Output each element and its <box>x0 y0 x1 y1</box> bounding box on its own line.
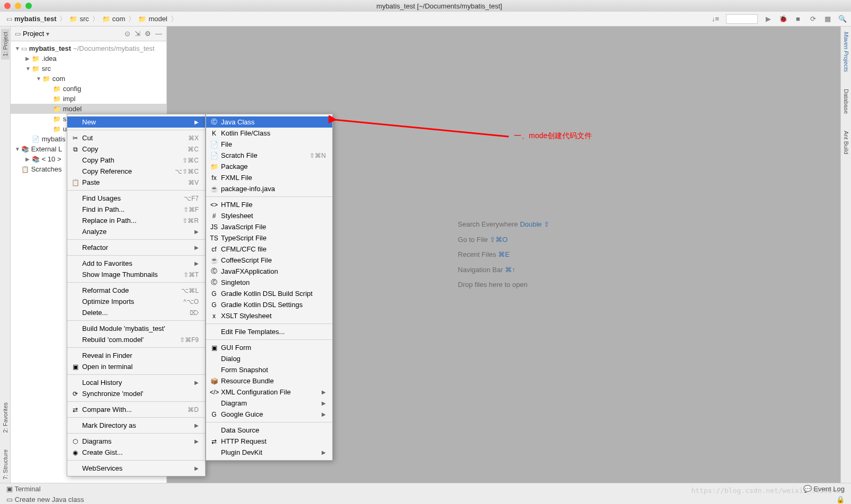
layout-icon[interactable]: ▦ <box>823 15 832 23</box>
menu-synchronize[interactable]: ⟳Synchronize 'model' <box>67 388 205 399</box>
close-window-button[interactable] <box>4 3 11 9</box>
menu-reveal-in-finder[interactable]: Reveal in Finder <box>67 350 205 361</box>
hint-key: ⌘E <box>498 250 510 258</box>
zoom-window-button[interactable] <box>25 3 32 9</box>
submenu-google-guice[interactable]: GGoogle Guice▶ <box>206 409 332 420</box>
menu-paste[interactable]: 📋Paste⌘V <box>67 177 205 188</box>
submenu-stylesheet[interactable]: #Stylesheet <box>206 210 332 221</box>
submenu-package-info[interactable]: ☕package-info.java <box>206 183 332 194</box>
left-tab-structure[interactable]: 7: Structure <box>1 446 10 483</box>
submenu-html-file[interactable]: <>HTML File <box>206 199 332 210</box>
menu-compare-with[interactable]: ⇄Compare With...⌘D <box>67 404 205 415</box>
submenu-gradle-settings[interactable]: GGradle Kotlin DSL Settings <box>206 299 332 310</box>
submenu-file[interactable]: 📄File <box>206 139 332 150</box>
build-icon[interactable]: ↓≡ <box>711 15 720 23</box>
tree-item-config[interactable]: 📁 config <box>11 84 166 94</box>
terminal-icon: ▣ <box>71 363 79 371</box>
menu-copy-path[interactable]: Copy Path⇧⌘C <box>67 155 205 166</box>
menu-show-image-thumbnails[interactable]: Show Image Thumbnails⇧⌘T <box>67 269 205 280</box>
submenu-xslt-stylesheet[interactable]: xXSLT Stylesheet <box>206 310 332 321</box>
submenu-scratch-file[interactable]: 📄Scratch File⇧⌘N <box>206 150 332 161</box>
diagrams-icon: ⬡ <box>71 438 79 445</box>
submenu-xml-config[interactable]: </>XML Configuration File▶ <box>206 386 332 398</box>
breadcrumb-item-project[interactable]: ▭mybatis_test <box>4 14 58 24</box>
right-tab-maven[interactable]: Maven Projects <box>842 29 850 75</box>
minimize-window-button[interactable] <box>15 3 21 9</box>
right-tab-ant[interactable]: Ant Build <box>842 128 850 157</box>
menu-find-usages[interactable]: Find Usages⌥F7 <box>67 193 205 204</box>
menu-optimize-imports[interactable]: Optimize Imports^⌥O <box>67 296 205 307</box>
submenu-kotlin-file[interactable]: KKotlin File/Class <box>206 128 332 139</box>
submenu-form-snapshot[interactable]: Form Snapshot <box>206 364 332 375</box>
run-config-dropdown[interactable] <box>726 14 758 24</box>
submenu-gui-form[interactable]: ▣GUI Form <box>206 342 332 353</box>
submenu-data-source[interactable]: Data Source <box>206 425 332 436</box>
submenu-plugin-devkit[interactable]: Plugin DevKit▶ <box>206 447 332 458</box>
tree-item-impl[interactable]: 📁 impl <box>11 94 166 104</box>
submenu-singleton[interactable]: ⒸSingleton <box>206 277 332 288</box>
left-tab-project[interactable]: 1: Project <box>1 29 10 59</box>
menu-cut[interactable]: ✂Cut⌘X <box>67 132 205 143</box>
bottom-tab-terminal[interactable]: ▣ Terminal <box>6 485 41 493</box>
submenu-http-request[interactable]: ⇄HTTP Request <box>206 436 332 447</box>
menu-mark-directory-as[interactable]: Mark Directory as▶ <box>67 420 205 431</box>
tree-item-com[interactable]: ▼📁 com <box>11 74 166 84</box>
submenu-resource-bundle[interactable]: 📦Resource Bundle <box>206 375 332 386</box>
submenu-dialog[interactable]: Dialog <box>206 353 332 364</box>
submenu-javafx-app[interactable]: ⒸJavaFXApplication <box>206 266 332 277</box>
tree-label: < 10 > <box>42 155 61 163</box>
breadcrumb-item-src[interactable]: 📁src <box>67 14 91 24</box>
run-icon[interactable]: ▶ <box>764 15 773 23</box>
menu-copy-reference[interactable]: Copy Reference⌥⇧⌘C <box>67 166 205 177</box>
menu-add-to-favorites[interactable]: Add to Favorites▶ <box>67 258 205 269</box>
menu-delete[interactable]: Delete...⌦ <box>67 307 205 318</box>
menu-new[interactable]: New▶ <box>67 116 205 128</box>
breadcrumb-item-model[interactable]: 📁model <box>136 14 169 24</box>
menu-refactor[interactable]: Refactor▶ <box>67 242 205 253</box>
menu-replace-in-path[interactable]: Replace in Path...⇧⌘R <box>67 215 205 226</box>
menu-create-gist[interactable]: ◉Create Gist... <box>67 447 205 458</box>
menu-diagrams[interactable]: ⬡Diagrams▶ <box>67 436 205 447</box>
menu-find-in-path[interactable]: Find in Path...⇧⌘F <box>67 204 205 215</box>
menu-local-history[interactable]: Local History▶ <box>67 377 205 388</box>
lock-icon[interactable]: 🔒 <box>836 496 845 503</box>
run-toolbar: ↓≡ ▶ 🐞 ■ ⟳ ▦ 🔍 <box>711 14 847 24</box>
scroll-to-icon[interactable]: ⊙ <box>125 30 130 38</box>
submenu-cfml-file[interactable]: cfCFML/CFC file <box>206 244 332 255</box>
kotlin-icon: K <box>210 130 218 137</box>
submenu-edit-file-templates[interactable]: Edit File Templates... <box>206 326 332 337</box>
submenu-coffeescript-file[interactable]: ☕CoffeeScript File <box>206 255 332 266</box>
debug-icon[interactable]: 🐞 <box>779 15 787 23</box>
menu-analyze[interactable]: Analyze▶ <box>67 226 205 237</box>
gear-icon[interactable]: ⚙ <box>145 30 151 38</box>
menu-build-module[interactable]: Build Module 'mybatis_test' <box>67 323 205 334</box>
module-icon: ▭ <box>6 15 12 23</box>
menu-reformat-code[interactable]: Reformat Code⌥⌘L <box>67 285 205 296</box>
hide-icon[interactable]: — <box>155 30 162 38</box>
submenu-fxml-file[interactable]: fxFXML File <box>206 172 332 183</box>
dropdown-icon[interactable]: ▾ <box>46 30 49 38</box>
left-tab-favorites[interactable]: 2: Favorites <box>1 399 10 436</box>
submenu-typescript-file[interactable]: TSTypeScript File <box>206 232 332 244</box>
menu-rebuild[interactable]: Rebuild 'com.model'⇧⌘F9 <box>67 334 205 345</box>
stop-icon[interactable]: ■ <box>794 15 802 23</box>
menu-copy[interactable]: ⧉Copy⌘C <box>67 143 205 155</box>
submenu-gradle-build[interactable]: GGradle Kotlin DSL Build Script <box>206 288 332 299</box>
update-icon[interactable]: ⟳ <box>809 15 817 23</box>
submenu-java-class[interactable]: ⒸJava Class <box>206 116 332 128</box>
tree-root[interactable]: ▼▭ mybatis_test~/Documents/mybatis_test <box>11 43 166 53</box>
collapse-icon[interactable]: ⇲ <box>135 30 140 38</box>
breadcrumb-item-com[interactable]: 📁com <box>100 14 128 24</box>
submenu-diagram[interactable]: Diagram▶ <box>206 398 332 409</box>
compare-icon: ⇄ <box>71 406 79 413</box>
search-icon[interactable]: 🔍 <box>838 15 847 23</box>
menu-webservices[interactable]: WebServices▶ <box>67 463 205 474</box>
tree-item-idea[interactable]: ▶📁 .idea <box>11 53 166 64</box>
right-tab-database[interactable]: Database <box>842 86 850 117</box>
tree-item-model[interactable]: 📁 model <box>11 104 166 114</box>
menu-open-in-terminal[interactable]: ▣Open in terminal <box>67 361 205 372</box>
tree-item-src[interactable]: ▼📁 src <box>11 64 166 74</box>
submenu-javascript-file[interactable]: JSJavaScript File <box>206 221 332 232</box>
window-title: mybatis_test [~/Documents/mybatis_test] <box>32 2 847 10</box>
submenu-package[interactable]: 📁Package <box>206 161 332 172</box>
